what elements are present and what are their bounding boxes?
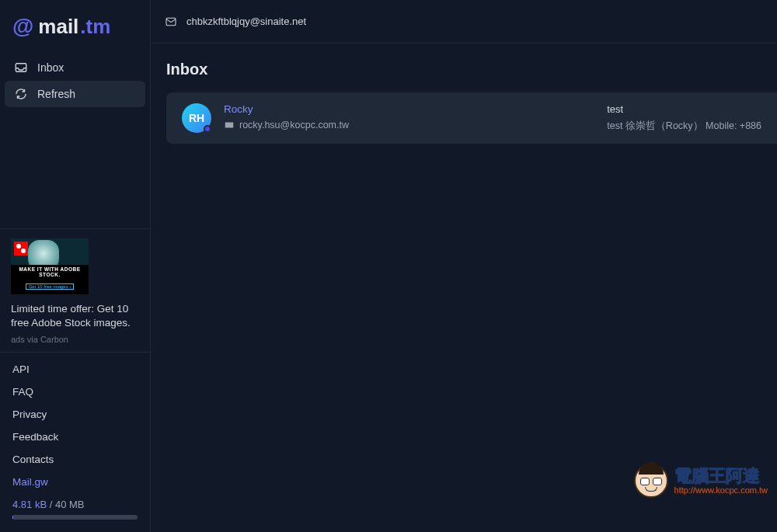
storage-used: 4.81 kB: [12, 499, 47, 510]
ad-headline-2: Get 10 free images ›: [26, 283, 75, 290]
brand-logo[interactable]: @ mail .tm: [0, 0, 150, 54]
avatar: RH: [182, 103, 211, 133]
message-row[interactable]: RH Rocky rocky.hsu@kocpc.com.tw test tes…: [166, 92, 777, 144]
message-content-block: test test 徐崇哲（Rocky） Mobile: +886: [591, 103, 761, 133]
storage-bar: [12, 515, 138, 520]
sidebar-nav: Inbox Refresh: [0, 54, 150, 107]
storage-indicator: 4.81 kB / 40 MB: [0, 492, 150, 532]
top-bar: chbkzkftblqjqy@sinaite.net: [151, 0, 777, 43]
storage-separator: /: [47, 499, 55, 510]
avatar-initials: RH: [189, 112, 204, 124]
sender-email: rocky.hsu@kocpc.com.tw: [239, 120, 349, 130]
sender-name: Rocky: [224, 103, 579, 115]
svg-rect-0: [16, 64, 26, 72]
unread-dot-icon: [204, 125, 211, 133]
sidebar: @ mail .tm Inbox Refresh MAKE IT WITH AD…: [0, 0, 151, 532]
sender-email-line: rocky.hsu@kocpc.com.tw: [224, 120, 579, 130]
storage-fill: [12, 515, 13, 520]
logo-at-icon: @: [12, 16, 33, 37]
refresh-icon: [14, 87, 28, 101]
ad-section: MAKE IT WITH ADOBE STOCK. Get 10 free im…: [0, 228, 150, 352]
mail-icon: [224, 120, 235, 130]
main-panel: chbkzkftblqjqy@sinaite.net Inbox RH Rock…: [151, 0, 777, 532]
footer-feedback[interactable]: Feedback: [12, 431, 138, 443]
nav-inbox-label: Inbox: [37, 61, 64, 74]
ad-attribution[interactable]: ads via Carbon: [11, 335, 139, 344]
nav-refresh[interactable]: Refresh: [5, 81, 145, 107]
message-sender-block: Rocky rocky.hsu@kocpc.com.tw: [224, 103, 579, 130]
footer-links: API FAQ Privacy Feedback Contacts Mail.g…: [0, 352, 150, 492]
inbox-icon: [14, 61, 28, 75]
ad-text[interactable]: Limited time offer: Get 10 free Adobe St…: [11, 302, 139, 330]
svg-rect-1: [166, 18, 176, 25]
storage-total: 40 MB: [55, 499, 85, 510]
footer-contacts[interactable]: Contacts: [12, 454, 138, 465]
nav-inbox[interactable]: Inbox: [5, 54, 145, 81]
message-subject: test: [607, 103, 761, 115]
page-title: Inbox: [151, 43, 777, 92]
message-preview: test 徐崇哲（Rocky） Mobile: +886: [607, 120, 761, 133]
footer-faq[interactable]: FAQ: [12, 386, 138, 398]
logo-tm-text: .tm: [80, 16, 110, 37]
ad-headline-1: MAKE IT WITH ADOBE STOCK.: [14, 266, 85, 277]
logo-mail-text: mail: [38, 16, 78, 37]
account-email[interactable]: chbkzkftblqjqy@sinaite.net: [186, 16, 306, 27]
adobe-badge-icon: [14, 242, 28, 256]
footer-mailgw[interactable]: Mail.gw: [12, 476, 138, 488]
envelope-icon: [165, 16, 177, 28]
nav-refresh-label: Refresh: [37, 88, 75, 100]
ad-strip: MAKE IT WITH ADOBE STOCK. Get 10 free im…: [11, 265, 89, 294]
footer-api[interactable]: API: [12, 363, 138, 375]
footer-privacy[interactable]: Privacy: [12, 409, 138, 420]
ad-image[interactable]: MAKE IT WITH ADOBE STOCK. Get 10 free im…: [11, 238, 89, 294]
